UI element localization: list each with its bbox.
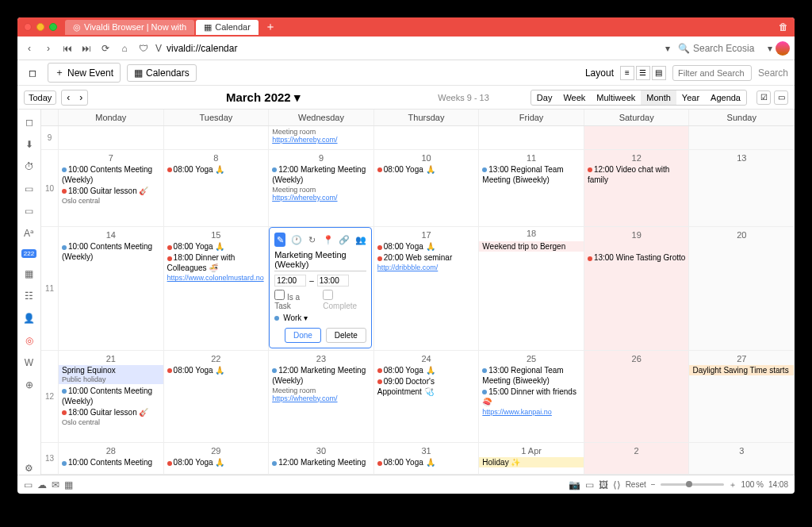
bookmark-icon[interactable]: ◻ bbox=[24, 67, 41, 79]
day-cell[interactable]: 28 10:00 Contents Meeting bbox=[59, 443, 164, 474]
event-title-input[interactable]: Marketing Meeting (Weekly) bbox=[274, 250, 366, 271]
time-end-input[interactable] bbox=[317, 275, 349, 287]
day-cell[interactable]: 3 bbox=[689, 443, 795, 474]
layout-minimal-icon[interactable]: ≡ bbox=[620, 66, 634, 80]
tasks-panel-icon[interactable]: ☑ bbox=[756, 90, 771, 105]
view-month[interactable]: Month bbox=[641, 90, 676, 105]
day-cell[interactable]: 1 Apr Holiday ✨ bbox=[479, 443, 584, 474]
time-start-input[interactable] bbox=[274, 275, 306, 287]
view-day[interactable]: Day bbox=[531, 90, 558, 105]
today-button[interactable]: Today bbox=[24, 90, 56, 105]
trash-icon[interactable]: 🗑 bbox=[779, 21, 788, 33]
notes-icon[interactable]: ▭ bbox=[23, 183, 36, 195]
view-year[interactable]: Year bbox=[676, 90, 705, 105]
day-cell[interactable] bbox=[479, 126, 584, 149]
clock[interactable]: 14:08 bbox=[768, 480, 788, 489]
link-icon[interactable]: 🔗 bbox=[339, 233, 350, 247]
search-link[interactable]: Search bbox=[758, 67, 788, 79]
calendar-panel-icon[interactable]: ▦ bbox=[23, 267, 36, 280]
downloads-icon[interactable]: ⬇ bbox=[23, 138, 36, 151]
page-actions-icon[interactable]: ⟨⟩ bbox=[613, 479, 621, 490]
day-cell[interactable]: 17 08:00 Yoga 🙏 20:00 Web seminar http:/… bbox=[374, 227, 480, 349]
day-cell[interactable]: 2 bbox=[584, 443, 690, 474]
contacts-icon[interactable]: 👤 bbox=[23, 312, 36, 325]
day-cell[interactable]: 27 Daylight Saving Time starts bbox=[689, 351, 795, 443]
day-cell[interactable]: 18 Weekend trip to Bergen bbox=[479, 227, 584, 349]
back-button[interactable]: ‹ bbox=[22, 43, 36, 54]
view-week[interactable]: Week bbox=[557, 90, 591, 105]
new-event-button[interactable]: ＋ New Event bbox=[48, 63, 121, 83]
day-cell[interactable]: 12 12:00 Video chat with family bbox=[584, 150, 690, 226]
new-tab-button[interactable]: ＋ bbox=[265, 20, 276, 34]
cloud-icon[interactable]: ☁ bbox=[37, 479, 47, 490]
day-cell[interactable]: 8 08:00 Yoga 🙏 bbox=[164, 150, 270, 226]
translate-icon[interactable]: Aᵃ bbox=[23, 227, 36, 240]
day-cell[interactable]: 21 Spring EquinoxPublic holiday 10:00 Co… bbox=[59, 351, 164, 443]
day-cell[interactable]: 7 10:00 Contents Meeting (Weekly) 18:00 … bbox=[59, 150, 164, 226]
rewind-button[interactable]: ⏮ bbox=[60, 43, 75, 54]
tab-vivaldi[interactable]: ◎ Vivaldi Browser | Now with bbox=[65, 20, 194, 35]
feeds-icon[interactable]: ☷ bbox=[23, 290, 36, 302]
window-panel-icon[interactable]: ▭ bbox=[23, 205, 36, 217]
allday-event[interactable]: Daylight Saving Time starts bbox=[689, 365, 794, 375]
day-cell[interactable]: 14 10:00 Contents Meeting (Weekly) bbox=[59, 227, 164, 349]
day-cell[interactable]: 25 13:00 Regional Team Meeting (Biweekly… bbox=[479, 351, 584, 443]
recurrence-icon[interactable]: ↻ bbox=[307, 233, 318, 247]
zoom-in-icon[interactable]: ＋ bbox=[729, 479, 737, 490]
image-toggle-icon[interactable]: 🖼 bbox=[599, 479, 608, 490]
dropdown-icon[interactable]: ▾ bbox=[768, 43, 772, 54]
done-button[interactable]: Done bbox=[285, 328, 321, 343]
zoom-out-icon[interactable]: − bbox=[651, 480, 656, 489]
layout-full-icon[interactable]: ▤ bbox=[652, 66, 666, 80]
reload-button[interactable]: ⟳ bbox=[98, 43, 113, 54]
day-cell[interactable] bbox=[164, 126, 270, 149]
address-input[interactable] bbox=[167, 43, 325, 54]
filter-input[interactable] bbox=[672, 65, 752, 81]
fastforward-button[interactable]: ⏭ bbox=[79, 43, 94, 54]
tiling-icon[interactable]: ▭ bbox=[585, 479, 594, 490]
next-month-button[interactable]: › bbox=[75, 90, 87, 105]
day-cell[interactable]: 9 12:00 Marketing Meeting (Weekly) Meeti… bbox=[269, 150, 374, 226]
day-cell[interactable]: 31 08:00 Yoga 🙏 bbox=[374, 443, 480, 474]
layout-list-icon[interactable]: ☰ bbox=[636, 66, 650, 80]
forward-button[interactable]: › bbox=[41, 43, 56, 54]
category-selector[interactable]: Work ▾ bbox=[274, 314, 366, 322]
profile-avatar[interactable] bbox=[776, 41, 790, 56]
day-cell[interactable]: 22 08:00 Yoga 🙏 bbox=[164, 351, 270, 443]
close-window-icon[interactable] bbox=[24, 23, 32, 31]
day-cell[interactable] bbox=[689, 126, 795, 149]
wikipedia-icon[interactable]: W bbox=[23, 356, 36, 369]
vivaldi-panel-icon[interactable]: ◎ bbox=[23, 334, 36, 347]
month-title[interactable]: March 2022▾ bbox=[93, 90, 433, 105]
day-cell[interactable]: 29 08:00 Yoga 🙏 bbox=[164, 443, 270, 474]
calendar-status-icon[interactable]: ▦ bbox=[64, 479, 73, 490]
complete-checkbox[interactable]: Complete bbox=[323, 290, 366, 310]
minimize-window-icon[interactable] bbox=[36, 23, 44, 31]
day-cell[interactable]: 13 bbox=[689, 150, 795, 226]
capture-icon[interactable]: 📷 bbox=[569, 479, 580, 490]
sync-icon[interactable]: ▭ bbox=[24, 479, 33, 490]
delete-button[interactable]: Delete bbox=[326, 328, 366, 343]
history-icon[interactable]: ⏱ bbox=[23, 160, 36, 173]
mail-status-icon[interactable]: ✉ bbox=[52, 479, 59, 490]
day-cell[interactable] bbox=[59, 126, 164, 149]
tab-calendar[interactable]: ▦ Calendar bbox=[196, 20, 259, 35]
is-task-checkbox[interactable]: Is a Task bbox=[274, 290, 315, 310]
calendars-button[interactable]: ▦ Calendars bbox=[127, 64, 197, 82]
day-cell[interactable]: 15 08:00 Yoga 🙏 18:00 Dinner with Collea… bbox=[164, 227, 270, 349]
clock-icon[interactable]: 🕐 bbox=[290, 233, 301, 247]
settings-panel-icon[interactable]: ▭ bbox=[774, 90, 788, 105]
allday-event[interactable]: Weekend trip to Bergen bbox=[479, 241, 584, 252]
view-agenda[interactable]: Agenda bbox=[705, 90, 746, 105]
maximize-window-icon[interactable] bbox=[49, 23, 57, 31]
view-multiweek[interactable]: Multiweek bbox=[591, 90, 641, 105]
shield-icon[interactable]: 🛡 bbox=[136, 43, 151, 54]
add-panel-icon[interactable]: ⊕ bbox=[23, 379, 36, 391]
day-cell[interactable]: 30 12:00 Marketing Meeting bbox=[269, 443, 374, 474]
allday-event[interactable]: Spring EquinoxPublic holiday bbox=[59, 365, 163, 384]
day-cell[interactable]: 20 bbox=[689, 227, 795, 349]
day-cell[interactable]: 16 ✎ 🕐 ↻ 📍 🔗 👥 Marketing Meeting (Weekly… bbox=[269, 227, 374, 349]
day-cell[interactable]: 10 08:00 Yoga 🙏 bbox=[374, 150, 480, 226]
day-cell[interactable]: Meeting room https://whereby.com/ bbox=[269, 126, 374, 149]
home-button[interactable]: ⌂ bbox=[117, 43, 132, 54]
